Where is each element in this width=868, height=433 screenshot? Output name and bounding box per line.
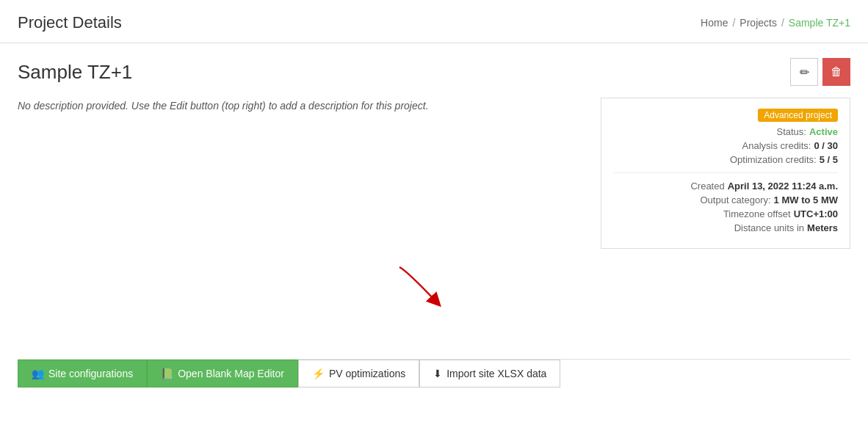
output-category-row: Output category: 1 MW to 5 MW — [613, 194, 838, 205]
analysis-credits-label: Analysis credits: — [742, 140, 811, 151]
pv-opt-label: PV optimizations — [329, 368, 405, 379]
edit-button[interactable]: ✏ — [790, 58, 818, 86]
output-category-value: 1 MW to 5 MW — [774, 194, 838, 205]
site-config-icon: 👥 — [32, 368, 44, 379]
breadcrumb-projects[interactable]: Projects — [739, 17, 777, 29]
open-blank-map-button[interactable]: 📗 Open Blank Map Editor — [147, 360, 298, 387]
created-row: Created April 13, 2022 11:24 a.m. — [613, 181, 838, 192]
buttons-section: 👥 Site configurations 📗 Open Blank Map E… — [18, 359, 850, 387]
optimization-credits-value: 5 / 5 — [820, 154, 838, 165]
site-configurations-button[interactable]: 👥 Site configurations — [18, 360, 147, 387]
created-value: April 13, 2022 11:24 a.m. — [728, 181, 838, 192]
delete-icon: 🗑 — [831, 65, 842, 79]
page-title: Project Details — [18, 13, 122, 32]
project-description: No description provided. Use the Edit bu… — [18, 98, 583, 114]
optimization-credits-label: Optimization credits: — [730, 154, 817, 165]
pv-optimizations-button[interactable]: ⚡ PV optimizations — [298, 360, 419, 387]
output-category-label: Output category: — [700, 194, 770, 205]
two-col-layout: No description provided. Use the Edit bu… — [18, 98, 850, 249]
arrow-svg — [392, 263, 458, 311]
breadcrumb-home[interactable]: Home — [701, 17, 728, 29]
main-content: Sample TZ+1 ✏ 🗑 No description provided.… — [0, 43, 868, 402]
action-buttons: ✏ 🗑 — [790, 58, 850, 86]
optimization-credits-row: Optimization credits: 5 / 5 — [613, 154, 838, 165]
created-label: Created — [690, 181, 724, 192]
import-icon: ⬇ — [433, 368, 442, 379]
info-divider — [613, 172, 838, 173]
timezone-row: Timezone offset UTC+1:00 — [613, 208, 838, 219]
status-value: Active — [809, 126, 838, 137]
right-column: Advanced project Status: Active Analysis… — [601, 98, 850, 249]
arrow-annotation — [18, 263, 850, 315]
timezone-value: UTC+1:00 — [794, 208, 838, 219]
status-row: Status: Active — [613, 126, 838, 137]
advanced-badge: Advanced project — [758, 109, 838, 122]
analysis-credits-row: Analysis credits: 0 / 30 — [613, 140, 838, 151]
status-label: Status: — [777, 126, 806, 137]
page-header: Project Details Home / Projects / Sample… — [0, 0, 868, 43]
breadcrumb: Home / Projects / Sample TZ+1 — [701, 17, 850, 29]
map-icon: 📗 — [161, 368, 173, 379]
left-column: No description provided. Use the Edit bu… — [18, 98, 583, 249]
breadcrumb-sep-1: / — [732, 17, 735, 29]
timezone-label: Timezone offset — [723, 208, 791, 219]
open-map-label: Open Blank Map Editor — [178, 368, 284, 379]
delete-button[interactable]: 🗑 — [822, 58, 850, 86]
site-config-label: Site configurations — [48, 368, 133, 379]
breadcrumb-sep-2: / — [781, 17, 784, 29]
project-name: Sample TZ+1 — [18, 61, 132, 84]
pv-icon: ⚡ — [312, 368, 325, 379]
distance-label: Distance units in — [734, 222, 804, 233]
breadcrumb-current[interactable]: Sample TZ+1 — [789, 17, 850, 29]
project-name-row: Sample TZ+1 ✏ 🗑 — [18, 58, 850, 86]
import-label: Import site XLSX data — [446, 368, 546, 379]
analysis-credits-value: 0 / 30 — [814, 140, 838, 151]
edit-icon: ✏ — [800, 65, 809, 79]
distance-value: Meters — [807, 222, 838, 233]
import-xlsx-button[interactable]: ⬇ Import site XLSX data — [419, 360, 560, 387]
distance-row: Distance units in Meters — [613, 222, 838, 233]
